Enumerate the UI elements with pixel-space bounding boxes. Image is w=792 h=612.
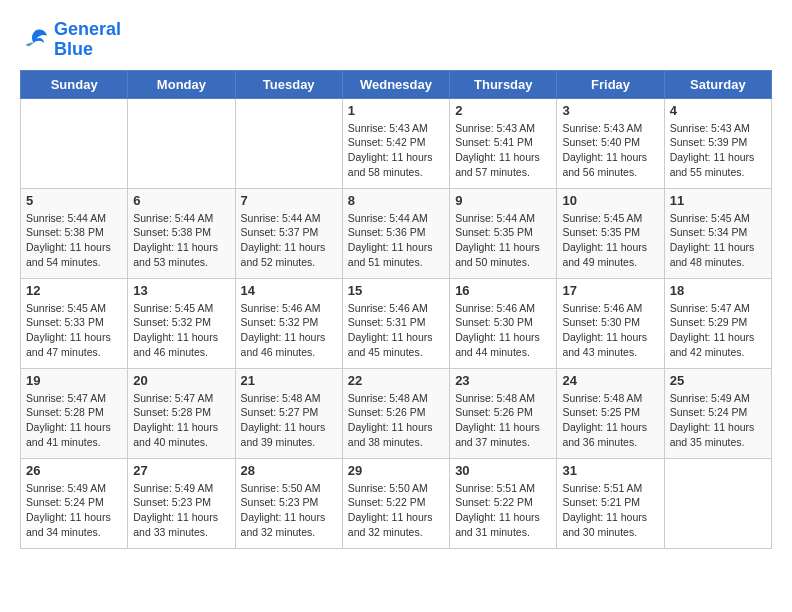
- calendar-cell: [128, 98, 235, 188]
- calendar-cell: 12Sunrise: 5:45 AMSunset: 5:33 PMDayligh…: [21, 278, 128, 368]
- date-number: 11: [670, 193, 766, 208]
- calendar-cell: 7Sunrise: 5:44 AMSunset: 5:37 PMDaylight…: [235, 188, 342, 278]
- calendar-cell: 20Sunrise: 5:47 AMSunset: 5:28 PMDayligh…: [128, 368, 235, 458]
- cell-info: Sunrise: 5:43 AMSunset: 5:39 PMDaylight:…: [670, 121, 766, 180]
- calendar-cell: 18Sunrise: 5:47 AMSunset: 5:29 PMDayligh…: [664, 278, 771, 368]
- date-number: 22: [348, 373, 444, 388]
- calendar-cell: 30Sunrise: 5:51 AMSunset: 5:22 PMDayligh…: [450, 458, 557, 548]
- date-number: 13: [133, 283, 229, 298]
- cell-info: Sunrise: 5:49 AMSunset: 5:23 PMDaylight:…: [133, 481, 229, 540]
- calendar-cell: 25Sunrise: 5:49 AMSunset: 5:24 PMDayligh…: [664, 368, 771, 458]
- date-number: 25: [670, 373, 766, 388]
- cell-info: Sunrise: 5:46 AMSunset: 5:31 PMDaylight:…: [348, 301, 444, 360]
- calendar-cell: 14Sunrise: 5:46 AMSunset: 5:32 PMDayligh…: [235, 278, 342, 368]
- calendar-cell: 16Sunrise: 5:46 AMSunset: 5:30 PMDayligh…: [450, 278, 557, 368]
- calendar-cell: 31Sunrise: 5:51 AMSunset: 5:21 PMDayligh…: [557, 458, 664, 548]
- date-number: 3: [562, 103, 658, 118]
- date-number: 19: [26, 373, 122, 388]
- date-number: 16: [455, 283, 551, 298]
- calendar-cell: 2Sunrise: 5:43 AMSunset: 5:41 PMDaylight…: [450, 98, 557, 188]
- cell-info: Sunrise: 5:48 AMSunset: 5:26 PMDaylight:…: [455, 391, 551, 450]
- calendar-cell: 24Sunrise: 5:48 AMSunset: 5:25 PMDayligh…: [557, 368, 664, 458]
- date-number: 10: [562, 193, 658, 208]
- calendar-cell: 5Sunrise: 5:44 AMSunset: 5:38 PMDaylight…: [21, 188, 128, 278]
- cell-info: Sunrise: 5:45 AMSunset: 5:33 PMDaylight:…: [26, 301, 122, 360]
- cell-info: Sunrise: 5:49 AMSunset: 5:24 PMDaylight:…: [670, 391, 766, 450]
- logo-text: General Blue: [54, 20, 121, 60]
- calendar-cell: 13Sunrise: 5:45 AMSunset: 5:32 PMDayligh…: [128, 278, 235, 368]
- date-number: 6: [133, 193, 229, 208]
- calendar-cell: 28Sunrise: 5:50 AMSunset: 5:23 PMDayligh…: [235, 458, 342, 548]
- calendar-cell: 11Sunrise: 5:45 AMSunset: 5:34 PMDayligh…: [664, 188, 771, 278]
- date-number: 15: [348, 283, 444, 298]
- date-number: 27: [133, 463, 229, 478]
- date-number: 7: [241, 193, 337, 208]
- date-number: 29: [348, 463, 444, 478]
- cell-info: Sunrise: 5:51 AMSunset: 5:21 PMDaylight:…: [562, 481, 658, 540]
- cell-info: Sunrise: 5:43 AMSunset: 5:41 PMDaylight:…: [455, 121, 551, 180]
- date-number: 28: [241, 463, 337, 478]
- calendar-cell: 26Sunrise: 5:49 AMSunset: 5:24 PMDayligh…: [21, 458, 128, 548]
- day-header-thursday: Thursday: [450, 70, 557, 98]
- cell-info: Sunrise: 5:44 AMSunset: 5:36 PMDaylight:…: [348, 211, 444, 270]
- date-number: 23: [455, 373, 551, 388]
- calendar-cell: 10Sunrise: 5:45 AMSunset: 5:35 PMDayligh…: [557, 188, 664, 278]
- logo-bird-icon: [20, 25, 50, 55]
- calendar-cell: 3Sunrise: 5:43 AMSunset: 5:40 PMDaylight…: [557, 98, 664, 188]
- cell-info: Sunrise: 5:48 AMSunset: 5:27 PMDaylight:…: [241, 391, 337, 450]
- calendar-cell: 17Sunrise: 5:46 AMSunset: 5:30 PMDayligh…: [557, 278, 664, 368]
- calendar-table: SundayMondayTuesdayWednesdayThursdayFrid…: [20, 70, 772, 549]
- day-header-wednesday: Wednesday: [342, 70, 449, 98]
- cell-info: Sunrise: 5:45 AMSunset: 5:35 PMDaylight:…: [562, 211, 658, 270]
- date-number: 31: [562, 463, 658, 478]
- day-header-monday: Monday: [128, 70, 235, 98]
- cell-info: Sunrise: 5:46 AMSunset: 5:30 PMDaylight:…: [562, 301, 658, 360]
- cell-info: Sunrise: 5:50 AMSunset: 5:23 PMDaylight:…: [241, 481, 337, 540]
- date-number: 5: [26, 193, 122, 208]
- cell-info: Sunrise: 5:51 AMSunset: 5:22 PMDaylight:…: [455, 481, 551, 540]
- calendar-cell: 6Sunrise: 5:44 AMSunset: 5:38 PMDaylight…: [128, 188, 235, 278]
- day-header-saturday: Saturday: [664, 70, 771, 98]
- cell-info: Sunrise: 5:47 AMSunset: 5:28 PMDaylight:…: [133, 391, 229, 450]
- date-number: 26: [26, 463, 122, 478]
- calendar-cell: 19Sunrise: 5:47 AMSunset: 5:28 PMDayligh…: [21, 368, 128, 458]
- calendar-cell: [664, 458, 771, 548]
- date-number: 18: [670, 283, 766, 298]
- cell-info: Sunrise: 5:48 AMSunset: 5:25 PMDaylight:…: [562, 391, 658, 450]
- date-number: 9: [455, 193, 551, 208]
- calendar-cell: 4Sunrise: 5:43 AMSunset: 5:39 PMDaylight…: [664, 98, 771, 188]
- cell-info: Sunrise: 5:46 AMSunset: 5:30 PMDaylight:…: [455, 301, 551, 360]
- date-number: 4: [670, 103, 766, 118]
- calendar-cell: 15Sunrise: 5:46 AMSunset: 5:31 PMDayligh…: [342, 278, 449, 368]
- cell-info: Sunrise: 5:47 AMSunset: 5:29 PMDaylight:…: [670, 301, 766, 360]
- cell-info: Sunrise: 5:50 AMSunset: 5:22 PMDaylight:…: [348, 481, 444, 540]
- cell-info: Sunrise: 5:44 AMSunset: 5:35 PMDaylight:…: [455, 211, 551, 270]
- cell-info: Sunrise: 5:44 AMSunset: 5:38 PMDaylight:…: [26, 211, 122, 270]
- calendar-cell: 27Sunrise: 5:49 AMSunset: 5:23 PMDayligh…: [128, 458, 235, 548]
- calendar-cell: 21Sunrise: 5:48 AMSunset: 5:27 PMDayligh…: [235, 368, 342, 458]
- day-header-tuesday: Tuesday: [235, 70, 342, 98]
- calendar-cell: 9Sunrise: 5:44 AMSunset: 5:35 PMDaylight…: [450, 188, 557, 278]
- calendar-cell: 23Sunrise: 5:48 AMSunset: 5:26 PMDayligh…: [450, 368, 557, 458]
- cell-info: Sunrise: 5:45 AMSunset: 5:34 PMDaylight:…: [670, 211, 766, 270]
- cell-info: Sunrise: 5:43 AMSunset: 5:40 PMDaylight:…: [562, 121, 658, 180]
- cell-info: Sunrise: 5:46 AMSunset: 5:32 PMDaylight:…: [241, 301, 337, 360]
- date-number: 24: [562, 373, 658, 388]
- calendar-cell: 29Sunrise: 5:50 AMSunset: 5:22 PMDayligh…: [342, 458, 449, 548]
- calendar-cell: [21, 98, 128, 188]
- calendar-cell: 8Sunrise: 5:44 AMSunset: 5:36 PMDaylight…: [342, 188, 449, 278]
- calendar-cell: [235, 98, 342, 188]
- date-number: 30: [455, 463, 551, 478]
- date-number: 14: [241, 283, 337, 298]
- page-header: General Blue: [20, 20, 772, 60]
- cell-info: Sunrise: 5:44 AMSunset: 5:37 PMDaylight:…: [241, 211, 337, 270]
- cell-info: Sunrise: 5:43 AMSunset: 5:42 PMDaylight:…: [348, 121, 444, 180]
- date-number: 2: [455, 103, 551, 118]
- calendar-cell: 22Sunrise: 5:48 AMSunset: 5:26 PMDayligh…: [342, 368, 449, 458]
- cell-info: Sunrise: 5:44 AMSunset: 5:38 PMDaylight:…: [133, 211, 229, 270]
- cell-info: Sunrise: 5:47 AMSunset: 5:28 PMDaylight:…: [26, 391, 122, 450]
- date-number: 17: [562, 283, 658, 298]
- date-number: 8: [348, 193, 444, 208]
- date-number: 12: [26, 283, 122, 298]
- calendar-cell: 1Sunrise: 5:43 AMSunset: 5:42 PMDaylight…: [342, 98, 449, 188]
